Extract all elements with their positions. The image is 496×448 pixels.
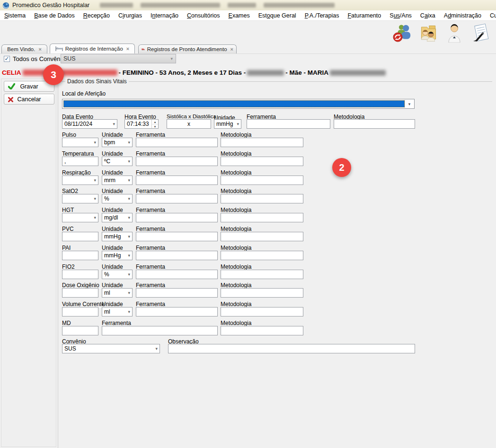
menu-item-sus-ans[interactable]: Sus/Ans xyxy=(385,11,416,20)
pvc-metodologia-input[interactable] xyxy=(221,232,303,241)
temperatura-ferramenta-label: Ferramenta xyxy=(136,150,165,157)
patients-folder-icon xyxy=(418,24,438,43)
fio2-input[interactable] xyxy=(62,270,98,279)
respiracao-ferramenta-input[interactable] xyxy=(136,176,218,185)
convenio-top-select[interactable]: SUS ▾ xyxy=(61,54,176,63)
sato2-unidade-select[interactable]: %▾ xyxy=(102,194,133,203)
md-ferramenta-input[interactable] xyxy=(102,326,218,335)
convenio-select[interactable]: SUS ▾ xyxy=(62,344,160,353)
close-icon[interactable]: × xyxy=(230,46,233,52)
fio2-unidade-select[interactable]: %▾ xyxy=(102,270,133,279)
pai-unidade-select[interactable]: mmHg▾ xyxy=(102,251,133,260)
sato2-metodologia-label: Metodologia xyxy=(221,188,251,194)
hgt-unidade-select[interactable]: mg/dl▾ xyxy=(102,213,133,222)
prescription-button[interactable] xyxy=(470,23,490,43)
redacted-text xyxy=(100,3,133,8)
menu-item-cirurgias[interactable]: Cirurgias xyxy=(114,11,146,20)
close-icon[interactable]: × xyxy=(38,46,41,52)
menu-item-custo[interactable]: Custo xyxy=(486,11,496,20)
tab-registros-de-internacao[interactable]: Registros de Internação × xyxy=(50,44,135,53)
hgt-metodologia-input[interactable] xyxy=(221,213,303,222)
respiracao-select[interactable]: ▾ xyxy=(62,176,98,185)
menu-item-estoque-geral[interactable]: Estoque Geral xyxy=(254,11,301,20)
menu-item-caixa[interactable]: Caixa xyxy=(416,11,440,20)
sato2-metodologia-input[interactable] xyxy=(221,194,303,203)
fio2-metodologia-input[interactable] xyxy=(221,270,303,279)
pulso-unidade-select[interactable]: bpm▾ xyxy=(102,138,133,147)
pulso-select[interactable]: ▾ xyxy=(62,138,98,147)
pai-input[interactable] xyxy=(62,251,98,260)
cancelar-button[interactable]: Cancelar xyxy=(4,94,54,105)
menu-item-exames[interactable]: Exames xyxy=(224,11,254,20)
menu-item-recepcao[interactable]: Recepção xyxy=(79,11,114,20)
menu-item-sistema[interactable]: Sistema xyxy=(0,11,30,20)
chevron-down-icon: ▾ xyxy=(155,346,158,351)
pulso-ferramenta-input[interactable] xyxy=(136,138,218,147)
hora-evento-spinner[interactable]: 07:14:33 ▴▾ xyxy=(124,119,159,129)
volume-corrente-unidade-select[interactable]: ml▾ xyxy=(102,307,133,316)
dose-oxigenio-input[interactable] xyxy=(62,288,98,298)
respiracao-unidade-select[interactable]: mrm▾ xyxy=(102,176,133,185)
local-afericao-select[interactable]: ▾ xyxy=(62,99,415,109)
tab-bem-vindo[interactable]: Bem Vindo. × xyxy=(1,44,47,53)
ferramenta-input[interactable] xyxy=(247,119,330,129)
chevron-down-icon[interactable]: ▾ xyxy=(405,100,414,108)
observacao-input[interactable] xyxy=(168,344,415,353)
metodologia-input[interactable] xyxy=(334,119,415,129)
tab-registros-de-pronto-atendimento[interactable]: Registros de Pronto Atendimento × xyxy=(138,44,237,53)
close-icon[interactable]: × xyxy=(126,46,129,52)
respiracao-ferramenta-label: Ferramenta xyxy=(136,169,165,176)
menu-item-p-a-terapias[interactable]: P.A./Terapias xyxy=(301,11,344,20)
menu-item-faturamento[interactable]: Faturamento xyxy=(343,11,385,20)
temperatura-input[interactable] xyxy=(62,157,98,166)
volume-corrente-metodologia-input[interactable] xyxy=(221,307,303,316)
chevron-down-icon: ▾ xyxy=(128,159,130,164)
redacted-text xyxy=(264,3,335,8)
pvc-ferramenta-label: Ferramenta xyxy=(136,226,165,232)
volume-corrente-ferramenta-input[interactable] xyxy=(136,307,218,316)
dose-oxigenio-metodologia-input[interactable] xyxy=(221,288,303,298)
data-evento-select[interactable]: 08/11/2024 ▾ xyxy=(62,119,117,129)
menu-item-base-de-dados[interactable]: Base de Dados xyxy=(30,11,79,20)
pvc-unidade-select[interactable]: mmHg▾ xyxy=(102,232,133,241)
fio2-ferramenta-input[interactable] xyxy=(136,270,218,279)
menu-item-consultorios[interactable]: Consultórios xyxy=(183,11,224,20)
app-logo-icon xyxy=(2,2,9,9)
todos-convenios-checkbox[interactable]: ✓ xyxy=(4,56,10,62)
sync-users-button[interactable] xyxy=(392,23,412,43)
pvc-ferramenta-input[interactable] xyxy=(136,232,218,241)
app-window: Promedico Gestão Hospitalar SistemaBase … xyxy=(0,0,496,448)
temperatura-metodologia-input[interactable] xyxy=(221,157,303,166)
spinner-arrows[interactable]: ▴▾ xyxy=(151,120,158,128)
temperatura-ferramenta-input[interactable] xyxy=(136,157,218,166)
annotation-badge-2: 2 xyxy=(332,158,351,177)
pai-metodologia-input[interactable] xyxy=(221,251,303,260)
hgt-select[interactable]: ▾ xyxy=(62,213,98,222)
doctor-button[interactable] xyxy=(444,23,464,43)
volume-corrente-input[interactable] xyxy=(62,307,98,316)
dose-oxigenio-unidade-select[interactable]: ml▾ xyxy=(102,288,133,298)
sato2-select[interactable]: ▾ xyxy=(62,194,98,203)
pai-ferramenta-input[interactable] xyxy=(136,251,218,260)
hgt-ferramenta-input[interactable] xyxy=(136,213,218,222)
md-input[interactable] xyxy=(62,326,98,335)
unidade-select[interactable]: mmHg ▾ xyxy=(214,119,241,129)
dose-oxigenio-ferramenta-input[interactable] xyxy=(136,288,218,298)
temperatura-unidade-select[interactable]: ºC▾ xyxy=(102,157,133,166)
menu-item-administracao[interactable]: Administração xyxy=(440,11,486,20)
md-metodologia-input[interactable] xyxy=(221,326,303,335)
spin-down-icon[interactable]: ▾ xyxy=(152,124,158,129)
pvc-input[interactable] xyxy=(62,232,98,241)
sidebar-splitter[interactable] xyxy=(58,79,58,448)
menu-item-internacao[interactable]: Internação xyxy=(146,11,183,20)
sistolica-input[interactable] xyxy=(167,119,211,129)
chevron-down-icon: ▾ xyxy=(128,140,130,145)
respiracao-metodologia-input[interactable] xyxy=(221,176,303,185)
tab-label: Registros de Pronto Atendimento xyxy=(147,46,227,52)
patients-folder-button[interactable] xyxy=(418,23,438,43)
spin-up-icon[interactable]: ▴ xyxy=(152,120,158,124)
sato2-ferramenta-input[interactable] xyxy=(136,194,218,203)
redacted-text xyxy=(23,70,117,76)
chevron-down-icon: ▾ xyxy=(94,178,96,183)
pulso-metodologia-input[interactable] xyxy=(221,138,303,147)
